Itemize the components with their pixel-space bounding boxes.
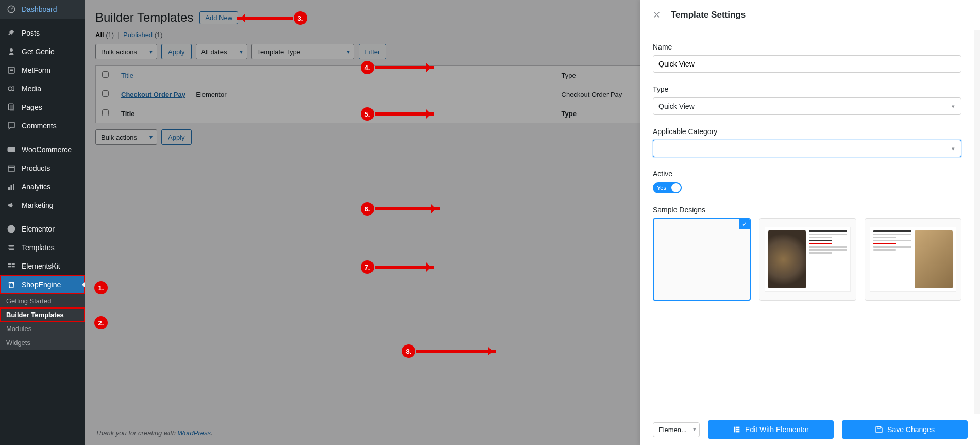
name-label: Name <box>653 43 961 51</box>
row-title-link[interactable]: Checkout Order Pay <box>121 91 185 98</box>
filter-published-link[interactable]: Published <box>123 31 153 39</box>
sidebar-item-shopengine[interactable]: ShopEngine <box>0 275 85 294</box>
sidebar-label: ElementsKit <box>22 262 60 270</box>
row-title-suffix: — Elementor <box>185 91 226 98</box>
sidebar-item-pages[interactable]: Pages <box>0 98 85 117</box>
footer-thanks: Thank you for creating with WordPress. <box>95 429 213 437</box>
svg-point-3 <box>8 87 12 91</box>
filter-all-link[interactable]: All <box>95 31 104 39</box>
all-dates-select[interactable]: All dates <box>196 44 247 59</box>
template-type-select[interactable]: Template Type <box>251 44 354 59</box>
svg-rect-14 <box>12 263 15 265</box>
elementor-icon <box>6 224 16 234</box>
panel-scrollbar[interactable] <box>974 30 980 414</box>
sidebar-item-posts[interactable]: Posts <box>0 24 85 42</box>
save-changes-button[interactable]: Save Changes <box>842 420 968 439</box>
name-input[interactable] <box>653 55 961 73</box>
comment-icon <box>6 121 16 131</box>
sidebar-item-templates[interactable]: Templates <box>0 238 85 257</box>
filter-button[interactable]: Filter <box>359 44 387 59</box>
woo-icon <box>6 144 16 155</box>
apply-button-bottom[interactable]: Apply <box>161 129 192 145</box>
sidebar-item-dashboard[interactable]: Dashboard <box>0 0 85 19</box>
sidebar-item-media[interactable]: Media <box>0 79 85 98</box>
panel-body: Name Type Quick View Applicable Category… <box>640 30 974 414</box>
sidebar-item-elementskit[interactable]: ElementsKit <box>0 257 85 275</box>
edit-with-elementor-button[interactable]: Edit With Elementor <box>708 420 834 439</box>
active-label: Active <box>653 170 961 178</box>
check-icon: ✓ <box>739 219 750 229</box>
sidebar-label: MetForm <box>22 66 50 74</box>
sidebar-submenu: Getting Started Builder Templates Module… <box>0 294 85 350</box>
sidebar-item-woocommerce[interactable]: WooCommerce <box>0 140 85 159</box>
sidebar-label: Pages <box>22 103 42 111</box>
svg-point-11 <box>8 225 15 233</box>
sidebar-label: Comments <box>22 122 57 130</box>
svg-rect-6 <box>8 147 15 152</box>
type-label: Type <box>653 85 961 93</box>
sidebar-item-metform[interactable]: MetForm <box>0 61 85 79</box>
submenu-widgets[interactable]: Widgets <box>0 336 85 350</box>
template-settings-panel: ✕ Template Settings Name Type Quick View… <box>640 0 980 445</box>
apply-button-top[interactable]: Apply <box>161 44 192 59</box>
analytics-icon <box>6 182 16 192</box>
pages-icon <box>6 102 16 112</box>
type-select[interactable]: Quick View <box>653 97 961 115</box>
sidebar-item-elementor[interactable]: Elementor <box>0 220 85 238</box>
svg-rect-13 <box>8 266 11 267</box>
submenu-getting-started[interactable]: Getting Started <box>0 294 85 308</box>
sidebar-label: Templates <box>22 243 55 252</box>
sidebar-item-getgenie[interactable]: Get Genie <box>0 42 85 61</box>
bulk-actions-select-bottom[interactable]: Bulk actions <box>95 129 157 145</box>
sidebar-label: Dashboard <box>22 5 57 13</box>
filter-published-count: (1) <box>155 31 163 39</box>
col-title[interactable]: Title <box>115 66 555 85</box>
svg-rect-18 <box>736 429 740 431</box>
select-all-checkbox-bottom[interactable] <box>102 109 109 116</box>
wordpress-link[interactable]: WordPress <box>178 429 211 437</box>
category-label: Applicable Category <box>653 127 961 136</box>
media-icon <box>6 84 16 94</box>
ekit-icon <box>6 261 16 271</box>
form-icon <box>6 65 16 75</box>
close-button[interactable]: ✕ <box>653 9 661 21</box>
add-new-button[interactable]: Add New <box>199 11 238 24</box>
sidebar-item-comments[interactable]: Comments <box>0 117 85 135</box>
active-toggle[interactable]: Yes <box>653 182 682 193</box>
svg-rect-17 <box>736 427 740 428</box>
submenu-modules[interactable]: Modules <box>0 322 85 336</box>
toggle-knob <box>671 183 681 192</box>
gauge-icon <box>6 4 16 14</box>
filter-all-count: (1) <box>106 31 114 39</box>
design-card-2[interactable] <box>759 218 856 301</box>
box-icon <box>6 163 16 173</box>
pin-icon <box>6 28 16 38</box>
editor-select[interactable]: Elemen... <box>653 422 700 437</box>
megaphone-icon <box>6 200 16 210</box>
svg-rect-9 <box>11 185 12 190</box>
col-title-foot[interactable]: Title <box>115 104 555 123</box>
elementor-icon <box>733 425 741 434</box>
sidebar-item-products[interactable]: Products <box>0 159 85 177</box>
svg-rect-8 <box>8 187 10 190</box>
sidebar-item-analytics[interactable]: Analytics <box>0 177 85 196</box>
svg-rect-19 <box>736 431 740 433</box>
select-all-checkbox-top[interactable] <box>102 71 109 78</box>
category-select[interactable] <box>653 140 961 157</box>
svg-rect-15 <box>12 266 15 267</box>
sidebar-label: Get Genie <box>22 47 55 56</box>
row-checkbox[interactable] <box>102 90 109 97</box>
admin-sidebar: Dashboard Posts Get Genie MetForm Media … <box>0 0 85 445</box>
save-icon <box>875 425 883 434</box>
svg-rect-5 <box>10 105 14 111</box>
design-card-3[interactable] <box>865 218 961 301</box>
sidebar-item-marketing[interactable]: Marketing <box>0 196 85 215</box>
genie-icon <box>6 46 16 57</box>
submenu-builder-templates[interactable]: Builder Templates <box>0 308 85 322</box>
close-icon: ✕ <box>653 10 661 20</box>
design-card-blank[interactable]: ✓ <box>653 218 751 301</box>
svg-rect-7 <box>8 166 14 172</box>
shopengine-icon <box>6 279 16 290</box>
bulk-actions-select[interactable]: Bulk actions <box>95 44 157 59</box>
sidebar-label: WooCommerce <box>22 145 72 154</box>
